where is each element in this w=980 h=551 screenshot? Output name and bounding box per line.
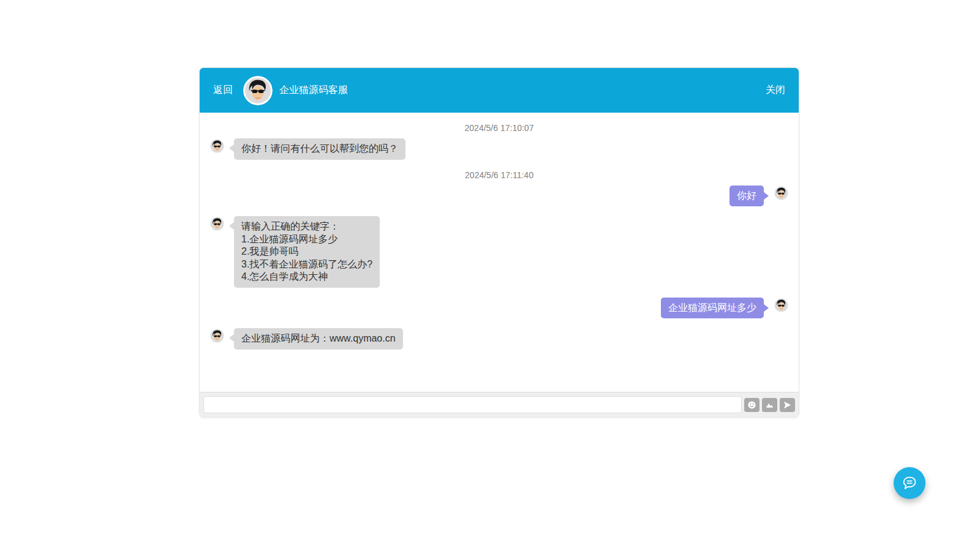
picture-icon: [764, 400, 775, 410]
message-input[interactable]: [203, 396, 742, 413]
back-button[interactable]: 返回: [213, 84, 233, 97]
chat-header: 返回 企业猫源码客服 关闭: [200, 68, 799, 113]
close-button[interactable]: 关闭: [766, 84, 785, 97]
chat-window: 返回 企业猫源码客服 关闭 2024/5/6 17:10:07: [199, 67, 799, 418]
composer-bar: [200, 392, 799, 417]
image-button[interactable]: [762, 398, 777, 412]
send-button[interactable]: [780, 398, 795, 412]
agent-message: 企业猫源码网址为：www.qymao.cn: [209, 328, 789, 350]
user-avatar: [774, 186, 789, 201]
chat-launcher-button[interactable]: [894, 467, 925, 499]
agent-avatar-icon: [774, 298, 789, 313]
agent-avatar-icon: [209, 328, 225, 343]
send-icon: [782, 400, 793, 410]
message-timestamp: 2024/5/6 17:11:40: [465, 170, 533, 180]
agent-avatar: [243, 76, 273, 105]
message-bubble: 你好: [729, 186, 764, 207]
user-message: 你好: [209, 186, 789, 207]
user-avatar: [774, 298, 789, 313]
message-timestamp: 2024/5/6 17:10:07: [465, 123, 534, 133]
agent-avatar: [209, 138, 225, 154]
user-message: 企业猫源码网址多少: [209, 298, 789, 319]
agent-avatar-icon: [209, 138, 225, 154]
emoji-button[interactable]: [744, 398, 760, 412]
chat-bubble-icon: [900, 474, 919, 492]
agent-message: 你好！请问有什么可以帮到您的吗？: [209, 138, 789, 160]
smiley-icon: [747, 400, 757, 410]
chat-title: 企业猫源码客服: [279, 84, 348, 97]
message-bubble: 请输入正确的关键字： 1.企业猫源码网址多少 2.我是帅哥吗 3.找不着企业猫源…: [234, 216, 380, 288]
page: 返回 企业猫源码客服 关闭 2024/5/6 17:10:07: [0, 0, 980, 551]
agent-avatar: [209, 328, 225, 343]
message-bubble: 企业猫源码网址为：www.qymao.cn: [234, 328, 403, 350]
agent-avatar-icon: [209, 216, 225, 231]
agent-message: 请输入正确的关键字： 1.企业猫源码网址多少 2.我是帅哥吗 3.找不着企业猫源…: [209, 216, 789, 288]
agent-avatar: [209, 216, 225, 231]
timestamp-row: 2024/5/6 17:11:40: [209, 170, 789, 181]
message-bubble: 企业猫源码网址多少: [661, 298, 764, 319]
message-bubble: 你好！请问有什么可以帮到您的吗？: [234, 138, 405, 160]
message-list: 2024/5/6 17:10:07 你好！请问有什么可以帮到您的吗？2024/5…: [200, 113, 799, 392]
agent-avatar-icon: [243, 76, 273, 105]
timestamp-row: 2024/5/6 17:10:07: [209, 122, 789, 133]
agent-avatar-icon: [774, 186, 789, 201]
